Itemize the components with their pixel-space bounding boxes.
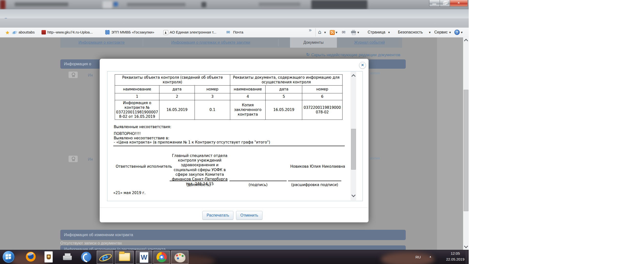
scroll-down-icon[interactable] [464,244,468,248]
minimize-button[interactable] [429,0,440,7]
start-button[interactable] [2,251,15,263]
tab-divider [278,39,278,46]
taskbar-ie-button[interactable]: e [97,250,113,264]
favorite-mail[interactable]: Почта [233,30,244,34]
print-caret-icon[interactable]: ▼ [358,31,359,34]
document-seal-icon [68,155,78,162]
hide-invalid-versions-link[interactable]: Скрыть недействующие редакции документов [311,53,400,58]
close-button[interactable]: × [450,0,468,7]
page-scrollbar-thumb[interactable] [464,90,468,211]
section-header-contract-execution: Информация об исполнении (о расторжении)… [60,245,406,250]
help-icon[interactable]: ? [454,30,460,35]
glass-blur-blob [259,3,300,6]
clock-time[interactable]: 12:05 [444,251,466,255]
tab-event-log[interactable]: Журнал событий [337,37,402,48]
doc-scroll-up-icon[interactable] [352,74,356,79]
tray-expand-icon[interactable]: ▲ [429,255,432,258]
control-requisites-table: Реквизиты объекта контроля (сведений об … [115,74,342,120]
taskbar-firefox-icon[interactable] [26,252,36,261]
tab-label: Информация о платежах и объекте закупки [171,40,250,45]
glass-blur-blob [311,0,368,9]
signature-line [230,181,286,181]
page-caret-icon[interactable]: ▼ [388,31,390,34]
help-caret-icon[interactable]: ▼ [461,31,462,34]
caption-position: (должность) [170,183,228,187]
security-caret-icon[interactable]: ▼ [429,31,431,34]
copy-link-fragment[interactable]: копия [370,156,380,160]
close-icon: × [458,1,460,5]
cancel-button[interactable]: Отменить [236,211,262,220]
windows-flag-icon [6,254,11,259]
modal-close-button[interactable]: × [359,62,366,69]
signature-name: Новикова Юлия Николаевна [290,164,345,169]
contract-tabs-strip: Информация о контракте Информация о плат… [60,37,402,48]
print-icon[interactable] [351,31,356,33]
col-header: номер [195,86,230,93]
taskbar-printer-icon[interactable] [63,256,72,260]
toolbar-separator [316,29,316,37]
taskbar-word-button[interactable]: W [136,250,152,264]
rss-caret-icon[interactable]: ▼ [336,31,338,34]
taskbar-explorer-button[interactable] [115,250,134,264]
scroll-up-icon[interactable] [464,39,468,43]
rss-icon[interactable] [330,30,335,35]
caption-sign: (подпись) [230,183,286,187]
taskbar-paint-button[interactable] [171,250,188,264]
favorite-etp-mmvb[interactable]: ЭТП ММВБ «Госзакупки» [111,30,154,34]
show-desktop-button[interactable] [466,250,469,264]
refresh-versions-icon[interactable]: ↻ [306,52,310,57]
favorites-bar: ★ e abouttabs http--www.gku74.ru-Uploa..… [0,28,469,38]
page-scrollbar[interactable] [463,37,469,250]
favorite-abouttabs[interactable]: abouttabs [18,30,35,34]
findings-line-3: - «Цена контракта» (в приложении № 1 к К… [114,140,270,144]
print-button[interactable]: Распечатать [202,211,234,220]
favicon-gku74 [42,30,46,35]
cell-doc-number: 0372200119819000078-02 [302,100,342,120]
document-scrollbar-thumb[interactable] [351,129,356,170]
tab-contract-information[interactable]: Информация о контракте [60,37,143,48]
home-caret-icon[interactable]: ▼ [324,31,326,34]
table-header-document: Реквизиты документа, содержащего информа… [230,75,342,86]
glass-blur-blob [102,1,112,8]
tools-caret-icon[interactable]: ▼ [449,31,451,34]
read-mail-icon[interactable]: ✉ [342,30,346,35]
add-favorite-star-icon[interactable]: ★ [5,30,10,35]
col-number: 1 [115,93,160,100]
tab-documents-active[interactable]: Документы [290,37,337,48]
taskbar-sputnik-browser-icon[interactable] [81,252,91,262]
favorite-gku74[interactable]: http--www.gku74.ru-Uploa... [47,30,93,34]
document-link-fragment: Ин [88,73,93,78]
overflow-chevron-icon[interactable]: » [309,27,312,33]
doc-scroll-down-icon[interactable] [352,193,356,197]
document-scrollbar[interactable] [350,71,356,200]
taskbar-gerb-document-icon[interactable] [44,251,53,262]
col-header: дата [160,86,195,93]
menu-page[interactable]: Страница [368,30,386,35]
copy-link-fragment[interactable]: копия [370,71,380,75]
clock-date[interactable]: 22.05.2019 [442,257,468,261]
favorite-eetp[interactable]: АО Единая электронная т... [170,30,216,34]
section-header-contract-change: Информация об изменении контракта [60,230,406,240]
restore-icon [443,2,446,5]
taskbar-chrome-button[interactable] [153,250,170,264]
glass-blur-blob [127,3,186,6]
favicon-ie: e [12,30,16,35]
browser-tab-row: Я Яндекс Сведения о контракте × e Новая … [0,18,469,28]
document-seal-icon [68,71,78,78]
wallpaper-blob [381,252,434,264]
home-icon[interactable]: ⌂ [318,29,321,35]
no-records-text: Отсутствуют записи о документах [60,241,122,245]
language-indicator[interactable]: RU [416,255,421,259]
menu-tools[interactable]: Сервис [434,30,448,35]
restore-button[interactable] [440,0,450,7]
caption-name: (расшифровка подписи) [288,183,341,187]
col-header: наименование [115,86,160,93]
page-right-margin [437,37,463,250]
favicon-mail-icon: ✉ [226,30,230,35]
tab-payments-info[interactable]: Информация о платежах и объекте закупки [143,37,278,48]
minimize-icon [432,4,436,5]
glass-blur-blob [0,0,5,9]
col-number: 5 [266,93,302,100]
signature-position: Главный специалист отдела контроля учреж… [170,153,229,186]
menu-security[interactable]: Безопасность [398,30,423,35]
